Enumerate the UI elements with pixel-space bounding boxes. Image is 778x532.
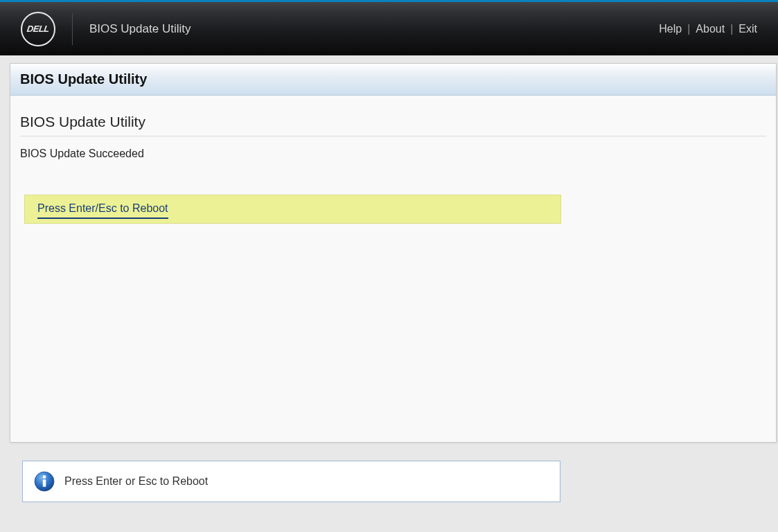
main-panel: BIOS Update Utility BIOS Update Utility … (10, 63, 777, 443)
dell-logo-icon: DELL (21, 12, 55, 46)
exit-link[interactable]: Exit (739, 23, 757, 35)
logo-divider (72, 13, 73, 45)
section-title: BIOS Update Utility (20, 114, 766, 136)
panel-body: BIOS Update Utility BIOS Update Succeede… (10, 96, 776, 442)
help-link[interactable]: Help (659, 23, 682, 35)
app-title: BIOS Update Utility (89, 22, 191, 36)
top-nav: Help | About | Exit (659, 23, 757, 35)
dell-logo-text: DELL (26, 24, 50, 34)
svg-rect-2 (43, 479, 46, 487)
about-link[interactable]: About (696, 23, 725, 35)
svg-point-1 (43, 475, 46, 479)
nav-separator: | (687, 23, 690, 35)
panel-header-title: BIOS Update Utility (20, 71, 766, 87)
reboot-prompt-bar[interactable]: Press Enter/Esc to Reboot (24, 195, 561, 224)
panel-header: BIOS Update Utility (10, 64, 776, 96)
status-message: BIOS Update Succeeded (20, 148, 766, 160)
info-icon (34, 471, 55, 492)
info-box: Press Enter or Esc to Reboot (22, 461, 560, 502)
top-bar: DELL BIOS Update Utility Help | About | … (0, 0, 778, 55)
info-message: Press Enter or Esc to Reboot (64, 475, 208, 488)
logo-section: DELL BIOS Update Utility (21, 12, 191, 46)
content-wrap: BIOS Update Utility BIOS Update Utility … (0, 55, 778, 502)
reboot-prompt-text: Press Enter/Esc to Reboot (37, 202, 168, 219)
nav-separator: | (730, 23, 733, 35)
